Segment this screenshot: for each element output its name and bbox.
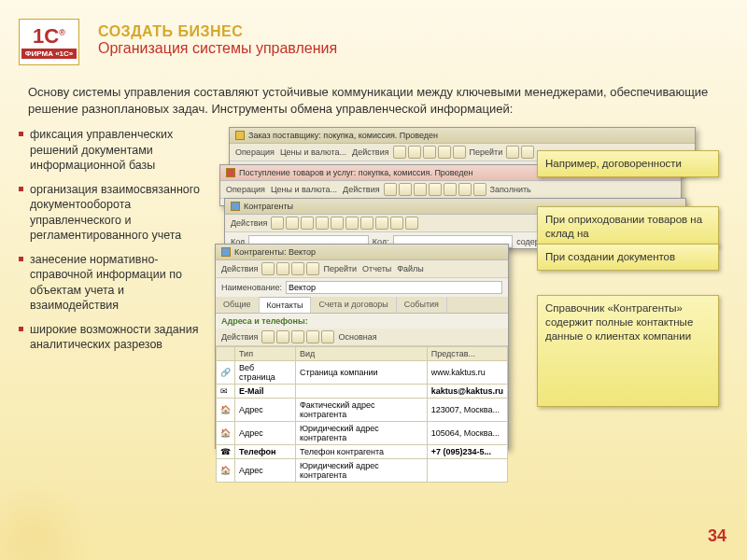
toolbar-button[interactable] xyxy=(286,217,299,230)
toolbar-button[interactable] xyxy=(291,262,304,275)
intro-text: Основу системы управления составляют уст… xyxy=(0,75,747,127)
toolbar-button[interactable] xyxy=(438,146,451,159)
menu-fill[interactable]: Заполнить xyxy=(488,183,533,196)
table-row[interactable]: 🏠АдресЮридический адрес контрагента xyxy=(217,459,508,483)
window-icon xyxy=(226,168,235,177)
menu-item[interactable]: Цены и валюта... xyxy=(269,183,339,196)
toolbar-button[interactable] xyxy=(393,146,406,159)
window-icon xyxy=(231,202,240,211)
title-red: Организация системы управления xyxy=(98,40,337,57)
menu-main[interactable]: Основная xyxy=(336,330,378,343)
toolbar-button[interactable] xyxy=(261,262,275,275)
table-row[interactable]: 🏠АдресЮридический адрес контрагента10506… xyxy=(217,422,508,445)
toolbar-button[interactable] xyxy=(271,217,284,230)
menu-files[interactable]: Файлы xyxy=(395,262,426,275)
list-item: организация взаимосвязанного документооб… xyxy=(19,182,205,243)
toolbar-button[interactable] xyxy=(261,330,275,343)
toolbar-button[interactable] xyxy=(399,183,412,196)
toolbar-button[interactable] xyxy=(473,183,486,196)
toolbar-button[interactable] xyxy=(321,330,334,343)
toolbar-button[interactable] xyxy=(414,183,427,196)
toolbar-button[interactable] xyxy=(444,183,457,196)
toolbar-button[interactable] xyxy=(316,217,329,230)
menu-item[interactable]: Операция xyxy=(224,183,267,196)
table-row[interactable]: ✉E-Mailkaktus@kaktus.ru xyxy=(217,385,508,399)
toolbar-button[interactable] xyxy=(405,217,418,230)
title-gold: СОЗДАТЬ БИЗНЕС xyxy=(98,23,337,40)
menu-item[interactable]: Цены и валюта... xyxy=(278,146,348,159)
toolbar-button[interactable] xyxy=(506,146,519,159)
tab-accounts[interactable]: Счета и договоры xyxy=(311,297,396,313)
callout: При создании документов xyxy=(537,244,719,271)
menu-item[interactable]: Действия xyxy=(350,146,390,159)
table-row[interactable]: 🔗Веб страницаСтраница компанииwww.kaktus… xyxy=(217,361,508,385)
menu-reports[interactable]: Отчеты xyxy=(360,262,393,275)
tab-contacts[interactable]: Контакты xyxy=(260,297,312,313)
menu-actions[interactable]: Действия xyxy=(219,330,260,343)
menu-actions[interactable]: Действия xyxy=(219,262,260,275)
name-field[interactable] xyxy=(286,281,502,294)
window-icon xyxy=(235,131,245,140)
toolbar-button[interactable] xyxy=(291,330,304,343)
toolbar-button[interactable] xyxy=(521,146,534,159)
toolbar-button[interactable] xyxy=(360,217,374,230)
callout: При оприходовании товаров на склад на xyxy=(537,206,719,247)
bullet-list: фиксация управленческих решений документ… xyxy=(19,127,205,463)
toolbar-button[interactable] xyxy=(345,217,359,230)
menu-go[interactable]: Перейти xyxy=(468,146,505,159)
toolbar-button[interactable] xyxy=(306,262,319,275)
page-number: 34 xyxy=(708,526,726,546)
toolbar-button[interactable] xyxy=(301,217,314,230)
tab-events[interactable]: События xyxy=(397,297,447,313)
callout: Например, договоренности xyxy=(537,150,719,177)
toolbar-button[interactable] xyxy=(423,146,436,159)
callout: Справочник «Контрагенты» содержит полные… xyxy=(537,295,719,407)
list-item: широкие возможности задания аналитически… xyxy=(19,322,205,353)
contacts-table: ТипВидПредстав... 🔗Веб страницаСтраница … xyxy=(216,346,508,483)
window-vector: Контрагенты: Вектор Действия Перейти Отч… xyxy=(215,244,509,449)
menu-item[interactable]: Действия xyxy=(341,183,381,196)
toolbar-button[interactable] xyxy=(429,183,442,196)
toolbar-button[interactable] xyxy=(390,217,403,230)
toolbar-button[interactable] xyxy=(276,330,289,343)
toolbar-button[interactable] xyxy=(276,262,289,275)
window-icon xyxy=(221,247,231,257)
list-item: занесение нормативно-справочной информац… xyxy=(19,252,205,313)
section-label: Адреса и телефоны: xyxy=(216,314,508,329)
decoration xyxy=(0,485,112,560)
toolbar-button[interactable] xyxy=(453,146,466,159)
table-row[interactable]: ☎ТелефонТелефон контрагента+7 (095)234-5… xyxy=(217,445,508,459)
list-item: фиксация управленческих решений документ… xyxy=(19,127,205,173)
menu-item[interactable]: Операция xyxy=(233,146,276,159)
menu-actions[interactable]: Действия xyxy=(229,217,269,230)
toolbar-button[interactable] xyxy=(306,330,319,343)
toolbar-button[interactable] xyxy=(408,146,421,159)
toolbar-button[interactable] xyxy=(331,217,344,230)
toolbar-button[interactable] xyxy=(458,183,472,196)
menu-go[interactable]: Перейти xyxy=(321,262,359,275)
screenshot-stack: Заказ поставщику: покупка, комиссия. Про… xyxy=(219,127,714,463)
logo: 1С® ФИРМА «1С» xyxy=(19,19,79,65)
table-row[interactable]: 🏠АдресФактический адрес контрагента12300… xyxy=(217,399,508,422)
tab-general[interactable]: Общие xyxy=(216,297,260,313)
toolbar-button[interactable] xyxy=(375,217,388,230)
toolbar-button[interactable] xyxy=(384,183,397,196)
